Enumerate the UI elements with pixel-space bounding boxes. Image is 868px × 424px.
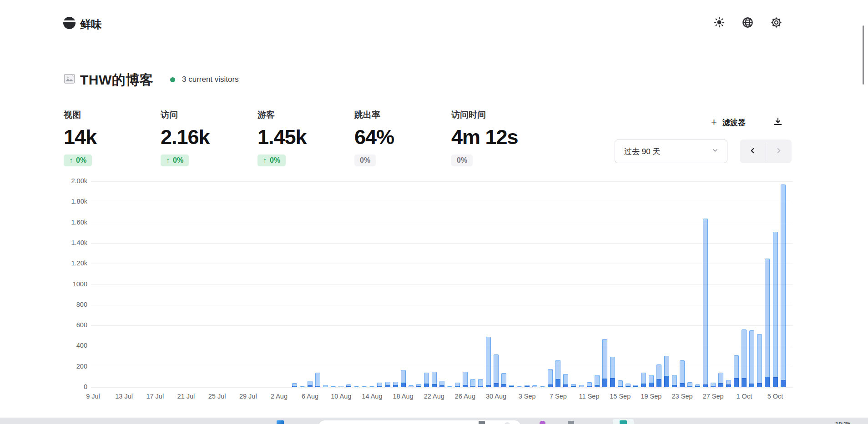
sun-icon [713, 16, 725, 30]
gridline [91, 284, 793, 285]
x-tick-label: 11 Sep [573, 393, 605, 400]
search-icon [505, 422, 510, 424]
gridline [91, 264, 793, 264]
bar-visitors-segment [695, 386, 700, 387]
bar-visitors-segment [757, 383, 762, 387]
x-tick-label: 1 Oct [728, 393, 760, 400]
metric-visits: 访问 2.16k ↑0% [161, 109, 256, 166]
chevron-right-icon [775, 147, 782, 156]
bar-visitors-segment [532, 387, 537, 388]
bar-visitors-segment [718, 383, 723, 387]
x-tick-label: 7 Sep [542, 393, 574, 400]
x-tick-label: 10 Aug [325, 393, 357, 400]
taskbar-active-app[interactable] [613, 419, 634, 424]
metric-value: 2.16k [161, 125, 256, 149]
y-axis: 020040060080010001.20k1.40k1.60k1.80k2.0… [45, 181, 87, 395]
y-tick-label: 1000 [46, 280, 87, 288]
x-axis: 9 Jul13 Jul17 Jul21 Jul25 Jul29 Jul2 Aug… [91, 393, 793, 403]
download-button[interactable] [771, 115, 785, 129]
bar-visitors-segment [548, 384, 553, 387]
language-button[interactable] [741, 16, 754, 30]
bar-visitors-segment [703, 384, 708, 387]
gridline [91, 223, 793, 223]
scrollbar-thumb[interactable] [863, 25, 864, 85]
bar-visitors-segment [292, 386, 297, 387]
x-tick-label: 5 Oct [759, 393, 791, 400]
y-tick-label: 200 [46, 363, 87, 370]
x-tick-label: 9 Jul [77, 393, 109, 400]
metric-label: 访问 [161, 109, 256, 121]
globe-icon [742, 16, 754, 30]
theme-toggle-button[interactable] [712, 16, 726, 30]
filter-label: 滤波器 [722, 117, 746, 128]
live-dot-icon [170, 77, 175, 82]
bar-visitors-segment [633, 386, 638, 387]
x-tick-label: 2 Aug [263, 393, 295, 400]
gridline [91, 387, 793, 388]
x-tick-label: 21 Jul [170, 393, 202, 400]
gridline [91, 202, 793, 202]
app-logo-text: 鲜味 [80, 17, 102, 32]
bar-visitors-segment [362, 387, 367, 388]
current-visitors[interactable]: 3 current visitors [182, 75, 239, 84]
prev-period-button[interactable] [740, 140, 766, 163]
y-tick-label: 1.60k [46, 219, 87, 226]
metric-visitors: 游客 1.45k ↑0% [257, 109, 353, 166]
bar-visitors-segment [734, 378, 739, 387]
taskbar-app-icon[interactable] [540, 421, 545, 424]
metric-label: 访问时间 [451, 109, 547, 121]
bar-views-segment [757, 334, 762, 387]
gridline [91, 181, 793, 182]
x-tick-label: 27 Sep [697, 393, 729, 400]
bar-views-segment [703, 219, 708, 387]
bar-visitors-segment [664, 376, 669, 387]
bar-visitors-segment [602, 379, 607, 387]
bar-visitors-segment [711, 386, 716, 387]
bar-visitors-segment [409, 387, 414, 388]
taskbar-app-icon[interactable] [568, 421, 574, 424]
next-period-button[interactable] [766, 140, 792, 163]
bar-visitors-segment [300, 387, 305, 388]
date-range-select[interactable]: 过去 90 天 [615, 140, 727, 163]
change-value: 0% [457, 156, 467, 165]
bar-visitors-segment [424, 384, 429, 387]
bar-visitors-segment [439, 385, 444, 387]
bar-views-segment [749, 330, 754, 387]
metric-label: 视图 [64, 109, 159, 121]
y-tick-label: 1.20k [46, 259, 87, 267]
add-filter-button[interactable]: + 滤波器 [711, 115, 746, 130]
settings-button[interactable] [769, 16, 783, 30]
metric-label: 跳出率 [354, 109, 450, 121]
taskbar-search[interactable] [318, 420, 521, 424]
gridline [91, 325, 793, 326]
bar-visitors-segment [641, 384, 646, 387]
bar-visitors-segment [393, 385, 398, 387]
bar-visitors-segment [587, 386, 592, 387]
bar-visitors-segment [540, 387, 545, 388]
bar-visitors-segment [377, 386, 382, 387]
metric-bounce-rate: 跳出率 64% 0% [354, 109, 450, 166]
bar-visitors-segment [369, 387, 374, 388]
umami-dashboard: 鲜味 THW的博客 3 current visitors 视图 14k ↑0% … [0, 0, 868, 424]
x-tick-label: 14 Aug [356, 393, 388, 400]
bar-visitors-segment [649, 383, 654, 387]
bar-visitors-segment [517, 387, 522, 388]
bar-visitors-segment [346, 386, 351, 387]
taskbar-app-icon[interactable] [277, 420, 284, 424]
metric-value: 14k [64, 125, 159, 149]
x-tick-label: 22 Aug [418, 393, 450, 400]
bar-views-segment [781, 185, 786, 387]
bar-visitors-segment [618, 386, 623, 387]
bar-visitors-segment [687, 386, 692, 387]
bar-visitors-segment [509, 386, 514, 387]
chevron-left-icon [749, 147, 757, 156]
gear-icon [770, 16, 782, 30]
y-tick-label: 0 [46, 383, 87, 390]
metric-visit-duration: 访问时间 4m 12s 0% [451, 109, 547, 166]
y-tick-label: 2.00k [46, 177, 87, 185]
change-badge: ↑0% [257, 155, 286, 166]
metric-value: 1.45k [257, 125, 353, 149]
taskbar-app-icon[interactable] [479, 421, 485, 424]
gridline [91, 243, 793, 244]
bar-visitors-segment [563, 384, 568, 387]
